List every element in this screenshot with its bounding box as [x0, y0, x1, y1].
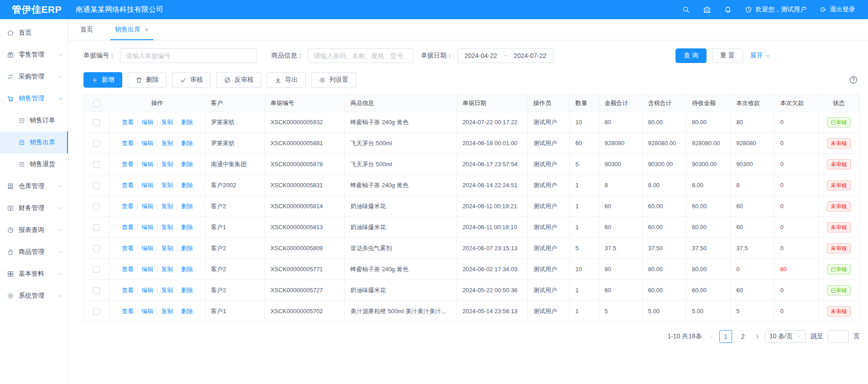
sidebar-item-sales-outbound[interactable]: 销售出库 [0, 132, 68, 153]
row-action-edit[interactable]: 编辑 [141, 287, 153, 294]
row-checkbox[interactable] [93, 308, 100, 315]
sidebar-item-sales-return[interactable]: 销售退货 [0, 153, 68, 175]
row-checkbox[interactable] [93, 203, 100, 210]
sidebar-item-system[interactable]: 系统管理 [0, 285, 68, 307]
row-action-delete[interactable]: 删除 [181, 245, 193, 252]
row-action-delete[interactable]: 删除 [181, 161, 193, 168]
row-action-delete[interactable]: 删除 [181, 203, 193, 210]
product-info-input[interactable] [308, 48, 414, 63]
row-checkbox[interactable] [93, 119, 100, 126]
row-action-copy[interactable]: 复制 [161, 140, 173, 147]
action-separator: | [156, 203, 158, 210]
next-page-button[interactable] [754, 333, 760, 340]
chevron-down-icon [58, 184, 63, 189]
row-action-delete[interactable]: 删除 [181, 308, 193, 315]
row-checkbox[interactable] [93, 287, 100, 294]
row-action-edit[interactable]: 编辑 [141, 203, 153, 210]
unaudit-button[interactable]: 反审核 [216, 72, 261, 88]
row-action-view[interactable]: 查看 [122, 308, 134, 315]
sidebar-item-report[interactable]: 报表查询 [0, 219, 68, 241]
row-action-copy[interactable]: 复制 [161, 119, 173, 126]
search-button[interactable]: 查 询 [676, 48, 707, 63]
row-action-edit[interactable]: 编辑 [141, 119, 153, 126]
row-action-copy[interactable]: 复制 [161, 245, 173, 252]
row-action-edit[interactable]: 编辑 [141, 266, 153, 273]
add-button[interactable]: 新增 [83, 72, 122, 88]
sidebar-item-finance[interactable]: 财务管理 [0, 197, 68, 219]
page-size-select[interactable]: 10 条/页 [765, 330, 806, 343]
row-action-edit[interactable]: 编辑 [141, 161, 153, 168]
reset-button[interactable]: 重 置 [712, 48, 743, 63]
row-action-view[interactable]: 查看 [122, 140, 134, 147]
row-checkbox[interactable] [93, 224, 100, 231]
row-action-delete[interactable]: 删除 [181, 182, 193, 189]
row-checkbox[interactable] [93, 266, 100, 273]
row-checkbox[interactable] [93, 245, 100, 252]
row-action-copy[interactable]: 复制 [161, 266, 173, 273]
sidebar-item-sales[interactable]: 销售管理 [0, 88, 68, 110]
row-action-copy[interactable]: 复制 [161, 224, 173, 231]
row-action-copy[interactable]: 复制 [161, 308, 173, 315]
row-action-edit[interactable]: 编辑 [141, 245, 153, 252]
expand-link[interactable]: 展开 [750, 52, 771, 60]
row-action-view[interactable]: 查看 [122, 245, 134, 252]
welcome-user[interactable]: 欢迎您，测试用户 [745, 5, 806, 14]
row-action-copy[interactable]: 复制 [161, 182, 173, 189]
row-checkbox[interactable] [93, 161, 100, 168]
row-action-delete[interactable]: 删除 [181, 287, 193, 294]
chevron-down-icon [58, 52, 63, 58]
sidebar-item-sales-order[interactable]: 销售订单 [0, 110, 68, 132]
row-checkbox[interactable] [93, 182, 100, 189]
order-no-input[interactable] [120, 48, 257, 63]
cell-select [84, 196, 109, 217]
export-button[interactable]: 导出 [267, 72, 306, 88]
row-action-view[interactable]: 查看 [122, 161, 134, 168]
prev-page-button[interactable] [708, 333, 715, 340]
audit-button[interactable]: 审核 [172, 72, 211, 88]
row-action-edit[interactable]: 编辑 [141, 308, 153, 315]
logout-button[interactable]: 退出登录 [819, 5, 855, 14]
sidebar-item-home[interactable]: 首页 [0, 22, 68, 44]
sidebar-item-basic[interactable]: 基本资料 [0, 263, 68, 285]
search-icon[interactable] [682, 5, 690, 14]
row-action-view[interactable]: 查看 [122, 203, 134, 210]
page-number-2[interactable]: 2 [737, 330, 749, 343]
close-icon[interactable]: × [145, 26, 149, 33]
row-action-view[interactable]: 查看 [122, 266, 134, 273]
date-end[interactable]: 2024-07-22 [514, 52, 546, 59]
sidebar-item-warehouse[interactable]: 仓库管理 [0, 175, 68, 197]
row-action-delete[interactable]: 删除 [181, 224, 193, 231]
date-range-picker[interactable]: 2024-04-22 ~ 2024-07-22 [457, 48, 553, 63]
row-action-view[interactable]: 查看 [122, 224, 134, 231]
row-action-view[interactable]: 查看 [122, 287, 134, 294]
bell-icon[interactable] [724, 5, 732, 14]
chevron-up-icon [58, 96, 63, 101]
row-action-edit[interactable]: 编辑 [141, 182, 153, 189]
row-action-copy[interactable]: 复制 [161, 287, 173, 294]
row-checkbox[interactable] [93, 140, 100, 147]
jump-page-input[interactable] [828, 330, 849, 343]
row-action-edit[interactable]: 编辑 [141, 224, 153, 231]
help-icon[interactable] [849, 75, 858, 84]
sidebar-item-product[interactable]: 商品管理 [0, 241, 68, 263]
tab-sales-outbound[interactable]: 销售出库× [104, 19, 160, 40]
row-action-delete[interactable]: 删除 [181, 266, 193, 273]
sidebar-item-purchase[interactable]: 采购管理 [0, 66, 68, 88]
row-action-edit[interactable]: 编辑 [141, 140, 153, 147]
columns-button[interactable]: 列设置 [311, 72, 356, 88]
delete-button[interactable]: 删除 [128, 72, 166, 88]
page-number-1[interactable]: 1 [719, 330, 732, 343]
sidebar-item-retail[interactable]: 零售管理 [0, 44, 68, 66]
row-action-delete[interactable]: 删除 [181, 140, 193, 147]
tab-home[interactable]: 首页 [69, 19, 104, 40]
row-action-view[interactable]: 查看 [122, 182, 134, 189]
select-all-checkbox[interactable] [93, 100, 100, 107]
row-action-copy[interactable]: 复制 [161, 161, 173, 168]
chevron-down-icon [58, 227, 63, 233]
date-start[interactable]: 2024-04-22 [464, 52, 497, 59]
bank-icon[interactable] [703, 5, 711, 14]
row-action-view[interactable]: 查看 [122, 119, 134, 126]
row-action-delete[interactable]: 删除 [181, 119, 193, 126]
cell-product: 飞天茅台 500ml [345, 133, 457, 154]
row-action-copy[interactable]: 复制 [161, 203, 173, 210]
